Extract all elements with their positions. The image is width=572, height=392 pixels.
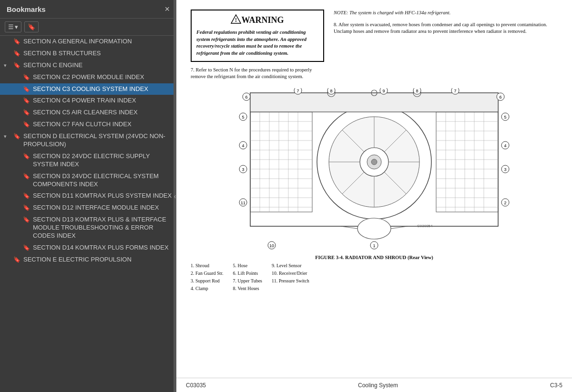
- sidebar-item-section-c[interactable]: 🔖SECTION C ENGINE: [0, 60, 176, 71]
- bookmark-label-section-c7: SECTION C7 FAN CLUTCH INDEX: [33, 121, 174, 129]
- bookmark-icon-section-c7: 🔖: [23, 121, 31, 129]
- bookmark-icon-section-a: 🔖: [13, 38, 21, 46]
- bookmark-label-section-d3: SECTION D3 24VDC ELECTRICAL SYSTEM COMPO…: [33, 172, 174, 189]
- bookmark-icon-section-e: 🔖: [13, 256, 21, 264]
- bookmark-label-section-c5: SECTION C5 AIR CLEANERS INDEX: [33, 109, 174, 117]
- figure-id: C030054: [417, 224, 433, 228]
- part-item: 4. Clamp: [191, 285, 224, 292]
- svg-text:9: 9: [382, 89, 385, 93]
- bookmark-icon-section-c4: 🔖: [23, 97, 31, 105]
- sidebar-item-section-d[interactable]: 🔖SECTION D ELECTRICAL SYSTEM (24VDC NON-…: [0, 131, 176, 151]
- sidebar-item-section-c7[interactable]: 🔖SECTION C7 FAN CLUTCH INDEX: [0, 119, 176, 131]
- bookmark-icon-section-d14: 🔖: [23, 244, 31, 252]
- svg-text:11: 11: [241, 201, 245, 205]
- svg-point-48: [358, 218, 391, 239]
- document-footer: C03035 Cooling System C3-5: [176, 378, 572, 392]
- bookmark-label-section-d14: SECTION D14 KOMTRAX PLUS FORMS INDEX: [33, 244, 174, 252]
- svg-text:7: 7: [454, 89, 456, 93]
- svg-text:3: 3: [242, 167, 244, 172]
- bookmark-label-section-d: SECTION D ELECTRICAL SYSTEM (24VDC NON-P…: [23, 132, 174, 149]
- list-icon: ☰: [8, 23, 14, 30]
- svg-text:10: 10: [269, 243, 274, 248]
- svg-text:6: 6: [245, 95, 247, 100]
- bookmark-icon-section-b: 🔖: [13, 50, 21, 58]
- sidebar: Bookmarks × ☰ ▾ 🔖 🔖SECTION A GENERAL INF…: [0, 0, 176, 392]
- sidebar-item-section-c3[interactable]: 🔖SECTION C3 COOLING SYSTEM INDEX: [0, 83, 176, 95]
- bookmark-label-section-d11: SECTION D11 KOMTRAX PLUS SYSTEM INDEX: [33, 192, 174, 200]
- part-item: 10. Receiver/Drier: [272, 270, 309, 277]
- bookmark-label-section-d13: SECTION D13 KOMTRAX PLUS & INTERFACE MOD…: [33, 216, 174, 240]
- sidebar-title: Bookmarks: [7, 5, 46, 13]
- part-item: 9. Level Sensor: [272, 262, 309, 270]
- sidebar-item-section-c5[interactable]: 🔖SECTION C5 AIR CLEANERS INDEX: [0, 107, 176, 119]
- sidebar-item-section-d13[interactable]: 🔖SECTION D13 KOMTRAX PLUS & INTERFACE MO…: [0, 214, 176, 242]
- parts-column-2: 5. Hose 6. Lift Points 7. Upper Tubes 8.…: [233, 262, 262, 292]
- main-content-area: ! WARNING Federal regulations prohibit v…: [176, 0, 572, 392]
- bookmark-label-section-d2: SECTION D2 24VDC ELECTRIC SUPPLY SYSTEM …: [33, 152, 174, 169]
- bookmark-icon-section-d13: 🔖: [23, 216, 31, 224]
- parts-column-3: 9. Level Sensor 10. Receiver/Drier 11. P…: [272, 262, 309, 292]
- sidebar-scroll-area[interactable]: 🔖SECTION A GENERAL INFORMATION🔖SECTION B…: [0, 36, 176, 392]
- warning-triangle-icon: !: [231, 14, 241, 26]
- sidebar-toolbar: ☰ ▾ 🔖: [0, 19, 176, 36]
- sidebar-item-section-d11[interactable]: 🔖SECTION D11 KOMTRAX PLUS SYSTEM INDEX: [0, 190, 176, 202]
- sidebar-item-section-d2[interactable]: 🔖SECTION D2 24VDC ELECTRIC SUPPLY SYSTEM…: [0, 151, 176, 171]
- bookmark-label-section-e: SECTION E ELECTRIC PROPULSION: [23, 256, 174, 264]
- bookmark-label-section-b: SECTION B STRUCTURES: [23, 50, 174, 58]
- part-item: 11. Pressure Switch: [272, 277, 309, 285]
- bookmark-icon-section-c: 🔖: [13, 62, 21, 70]
- bookmark-button[interactable]: 🔖: [24, 21, 39, 32]
- bookmark-icon-section-d11: 🔖: [23, 192, 31, 200]
- bookmark-icon-section-c5: 🔖: [23, 109, 31, 117]
- figure-caption: FIGURE 3-4. RADIATOR AND SHROUD (Rear Vi…: [191, 255, 558, 260]
- bookmark-icon-section-d2: 🔖: [23, 153, 31, 161]
- doc-right-column: NOTE: The system is charged with HFC-134…: [334, 10, 558, 84]
- bookmark-icon-section-d: 🔖: [13, 133, 21, 141]
- parts-column-1: 1. Shroud 2. Fan Guard Str. 3. Support R…: [191, 262, 224, 292]
- svg-text:8: 8: [330, 89, 332, 93]
- svg-text:2: 2: [504, 201, 506, 205]
- svg-text:!: !: [235, 17, 237, 23]
- svg-text:5: 5: [504, 115, 506, 120]
- bookmark-icon-section-d12: 🔖: [23, 204, 31, 212]
- part-item: 3. Support Rod: [191, 277, 224, 285]
- doc-left-column: ! WARNING Federal regulations prohibit v…: [191, 10, 324, 84]
- part-item: 5. Hose: [233, 262, 262, 270]
- bookmark-label-section-c3: SECTION C3 COOLING SYSTEM INDEX: [33, 85, 174, 93]
- bookmark-icon-section-c2: 🔖: [23, 74, 31, 81]
- footer-right: C3-5: [550, 382, 562, 389]
- sidebar-item-section-d3[interactable]: 🔖SECTION D3 24VDC ELECTRICAL SYSTEM COMP…: [0, 171, 176, 191]
- part-item: 8. Vent Hoses: [233, 285, 262, 292]
- svg-text:7: 7: [296, 89, 299, 93]
- sidebar-item-section-a[interactable]: 🔖SECTION A GENERAL INFORMATION: [0, 36, 176, 48]
- sidebar-item-section-d14[interactable]: 🔖SECTION D14 KOMTRAX PLUS FORMS INDEX: [0, 242, 176, 254]
- sidebar-item-section-c2[interactable]: 🔖SECTION C2 POWER MODULE INDEX: [0, 71, 176, 83]
- doc-top-row: ! WARNING Federal regulations prohibit v…: [191, 10, 558, 84]
- sidebar-close-button[interactable]: ×: [164, 5, 170, 13]
- warning-body-text: Federal regulations prohibit venting air…: [196, 29, 318, 57]
- document-page: ! WARNING Federal regulations prohibit v…: [176, 0, 572, 378]
- sidebar-item-section-e[interactable]: 🔖SECTION E ELECTRIC PROPULSION: [0, 254, 176, 266]
- bookmark-label-section-a: SECTION A GENERAL INFORMATION: [23, 38, 174, 46]
- toggle-icon-section-c[interactable]: [4, 62, 11, 69]
- bookmark-label-section-d12: SECTION D12 INTERFACE MODULE INDEX: [33, 204, 174, 212]
- warning-label: WARNING: [241, 15, 284, 25]
- sidebar-item-section-c4[interactable]: 🔖SECTION C4 POWER TRAIN INDEX: [0, 95, 176, 107]
- sidebar-item-section-d12[interactable]: 🔖SECTION D12 INTERFACE MODULE INDEX: [0, 202, 176, 214]
- part-item: 2. Fan Guard Str.: [191, 270, 224, 277]
- sidebar-item-section-b[interactable]: 🔖SECTION B STRUCTURES: [0, 48, 176, 60]
- list-view-button[interactable]: ☰ ▾: [5, 21, 21, 32]
- bookmark-icon-section-d3: 🔖: [23, 173, 31, 181]
- bookmark-label-section-c2: SECTION C2 POWER MODULE INDEX: [33, 73, 174, 81]
- svg-text:6: 6: [499, 95, 501, 100]
- step7-text: 7. Refer to Section N for the procedures…: [191, 67, 324, 80]
- svg-text:3: 3: [504, 167, 506, 172]
- radiator-diagram-svg: 1 2 3 4 5 6: [236, 88, 512, 250]
- bookmark-icon: 🔖: [28, 23, 35, 30]
- part-item: 1. Shroud: [191, 262, 224, 270]
- sidebar-header: Bookmarks ×: [0, 0, 176, 19]
- parts-list: 1. Shroud 2. Fan Guard Str. 3. Support R…: [191, 262, 558, 292]
- toggle-icon-section-d[interactable]: [4, 133, 11, 140]
- svg-text:4: 4: [242, 143, 244, 148]
- part-item: 6. Lift Points: [233, 270, 262, 277]
